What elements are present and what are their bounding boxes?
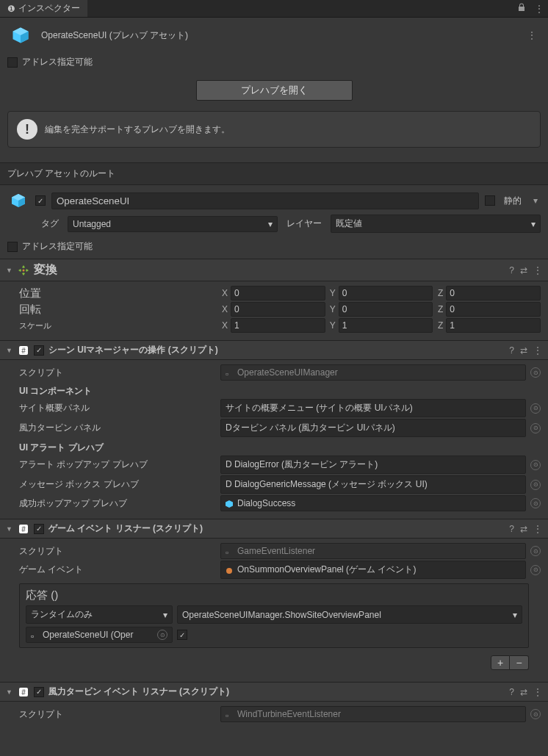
comp3-header[interactable]: ▼ # ✓ 風力タービン イベント リスナー (スクリプト) ? ⇄ ⋮ <box>0 682 548 702</box>
foldout-icon[interactable]: ▼ <box>6 688 13 696</box>
addressable-checkbox[interactable] <box>7 57 18 68</box>
foldout-icon[interactable]: ▼ <box>6 347 13 354</box>
object-picker-icon[interactable]: ⊙ <box>530 546 541 556</box>
x-axis-label: X <box>220 288 231 298</box>
wind-panel-field[interactable]: Dタービン パネル (風力タービン UIパネル) <box>220 419 526 437</box>
chevron-down-icon: ▾ <box>531 219 536 229</box>
comp3-title: 風力タービン イベント リスナー (スクリプト) <box>48 685 505 698</box>
scale-z-input[interactable] <box>446 318 541 333</box>
help-icon[interactable]: ? <box>509 524 514 534</box>
position-z-input[interactable] <box>446 286 541 300</box>
event-target-field[interactable]: ▫OperateSceneUI (Oper⊙ <box>26 627 173 643</box>
object-picker-icon[interactable]: ⊙ <box>530 480 541 490</box>
rotation-y-input[interactable] <box>339 302 433 317</box>
add-event-button[interactable]: + <box>491 655 510 670</box>
scale-y-input[interactable] <box>339 318 433 333</box>
preset-icon[interactable]: ⇄ <box>520 687 527 697</box>
active-checkbox[interactable]: ✓ <box>35 195 46 206</box>
help-icon[interactable]: ? <box>509 265 514 276</box>
open-prefab-button[interactable]: プレハブを開く <box>196 80 353 101</box>
preset-icon[interactable]: ⇄ <box>520 345 527 356</box>
foldout-icon[interactable]: ▼ <box>6 525 13 533</box>
tag-value: Untagged <box>73 219 111 229</box>
object-picker-icon[interactable]: ⊙ <box>157 630 167 640</box>
component-menu-icon[interactable]: ⋮ <box>533 687 542 697</box>
site-panel-field[interactable]: サイトの概要メニュー (サイトの概要 UIパネル) <box>220 399 526 417</box>
info-box: ! 編集を完全サポートするプレハブを開きます。 <box>7 111 541 148</box>
comp1-title: シーン UIマネージャーの操作 (スクリプト) <box>48 344 505 356</box>
runtime-dropdown[interactable]: ランタイムのみ▾ <box>26 605 173 624</box>
script-icon: # <box>18 686 29 698</box>
ui-components-header: UI コンポーネント <box>19 385 541 397</box>
help-icon[interactable]: ? <box>509 687 514 697</box>
go-addressable-label: アドレス指定可能 <box>22 240 93 253</box>
rotation-z-input[interactable] <box>446 302 541 317</box>
object-picker-icon[interactable]: ⊙ <box>530 709 541 719</box>
inspector-tab[interactable]: ❶ インスペクター <box>0 0 87 17</box>
unity-event-box: 応答 () ランタイムのみ▾ OperateSceneUIManager.Sho… <box>19 583 529 648</box>
site-panel-label: サイト概要パネル <box>7 402 220 414</box>
component-menu-icon[interactable]: ⋮ <box>533 524 542 534</box>
comp1-header[interactable]: ▼ # ✓ シーン UIマネージャーの操作 (スクリプト) ? ⇄ ⋮ <box>0 340 548 360</box>
go-addressable-checkbox[interactable] <box>7 242 18 252</box>
event-arg-checkbox[interactable]: ✓ <box>177 630 187 640</box>
gameobject-name-input[interactable] <box>51 192 479 209</box>
tag-dropdown[interactable]: Untagged▾ <box>68 216 278 232</box>
alert-label: アラート ポップアップ プレハブ <box>7 458 220 471</box>
lock-icon[interactable] <box>513 1 530 16</box>
component-menu-icon[interactable]: ⋮ <box>533 265 542 276</box>
prefab-root-label: プレハブ アセットのルート <box>0 162 548 185</box>
comp1-body: スクリプト ▫OperateSceneUIManager ⊙ UI コンポーネン… <box>0 360 548 519</box>
gameobject-icon[interactable] <box>7 190 29 212</box>
position-y-input[interactable] <box>339 286 433 300</box>
prefab-icon <box>7 22 34 48</box>
chevron-down-icon: ▾ <box>163 610 167 620</box>
comp3-enabled-checkbox[interactable]: ✓ <box>34 687 44 697</box>
tab-title: インスペクター <box>18 2 80 15</box>
script-field: ▫OperateSceneUIManager <box>220 364 526 381</box>
comp2-header[interactable]: ▼ # ✓ ゲーム イベント リスナー (スクリプト) ? ⇄ ⋮ <box>0 519 548 539</box>
tag-layer-row: タグ Untagged▾ レイヤー 既定値▾ <box>0 213 548 237</box>
transform-header[interactable]: ▼ 変換 ? ⇄ ⋮ <box>0 259 548 281</box>
component-menu-icon[interactable]: ⋮ <box>533 345 542 356</box>
msg-field[interactable]: D DialogGenericMessage (メッセージ ボックス UI) <box>220 475 526 494</box>
script-type-icon: ▫ <box>226 369 233 376</box>
layer-value: 既定値 <box>336 217 362 230</box>
comp2-title: ゲーム イベント リスナー (スクリプト) <box>48 522 505 535</box>
method-dropdown[interactable]: OperateSceneUIManager.ShowSiteOverviewPa… <box>177 605 522 624</box>
scale-x-input[interactable] <box>231 318 325 333</box>
comp2-enabled-checkbox[interactable]: ✓ <box>34 524 44 534</box>
svg-text:#: # <box>21 347 26 355</box>
static-dropdown-icon[interactable]: ▾ <box>530 195 541 206</box>
position-x-input[interactable] <box>231 286 325 300</box>
response-title: 応答 () <box>26 588 522 602</box>
object-picker-icon[interactable]: ⊙ <box>530 367 541 378</box>
script-type-icon: ▫ <box>31 631 38 638</box>
chevron-down-icon: ▾ <box>268 219 273 229</box>
rotation-x-input[interactable] <box>231 302 325 317</box>
comp1-enabled-checkbox[interactable]: ✓ <box>34 345 44 356</box>
svg-marker-9 <box>226 500 233 508</box>
alert-field[interactable]: D DialogError (風力タービン アラート) <box>220 456 526 474</box>
script-label: スクリプト <box>7 545 220 558</box>
preset-icon[interactable]: ⇄ <box>520 265 527 276</box>
prefab-header: OperateSceneUI (プレハブ アセット) ⋮ <box>0 18 548 53</box>
object-picker-icon[interactable]: ⊙ <box>530 498 541 508</box>
header-menu-icon[interactable]: ⋮ <box>523 30 541 40</box>
asset-name: OperateSceneUI (プレハブ アセット) <box>41 29 188 42</box>
game-event-field[interactable]: OnSummonOverviewPanel (ゲーム イベント) <box>220 561 526 579</box>
layer-dropdown[interactable]: 既定値▾ <box>331 215 541 233</box>
help-icon[interactable]: ? <box>509 345 514 356</box>
object-picker-icon[interactable]: ⊙ <box>530 565 541 575</box>
remove-event-button[interactable]: − <box>510 655 529 670</box>
preset-icon[interactable]: ⇄ <box>520 524 527 534</box>
object-picker-icon[interactable]: ⊙ <box>530 403 541 414</box>
foldout-icon[interactable]: ▼ <box>6 267 13 274</box>
object-picker-icon[interactable]: ⊙ <box>530 423 541 433</box>
script-label: スクリプト <box>7 367 220 379</box>
transform-title: 変換 <box>34 262 505 278</box>
static-checkbox[interactable] <box>485 195 495 206</box>
success-field[interactable]: DialogSuccess <box>220 495 526 511</box>
kebab-menu-icon[interactable]: ⋮ <box>530 1 548 16</box>
object-picker-icon[interactable]: ⊙ <box>530 460 541 470</box>
